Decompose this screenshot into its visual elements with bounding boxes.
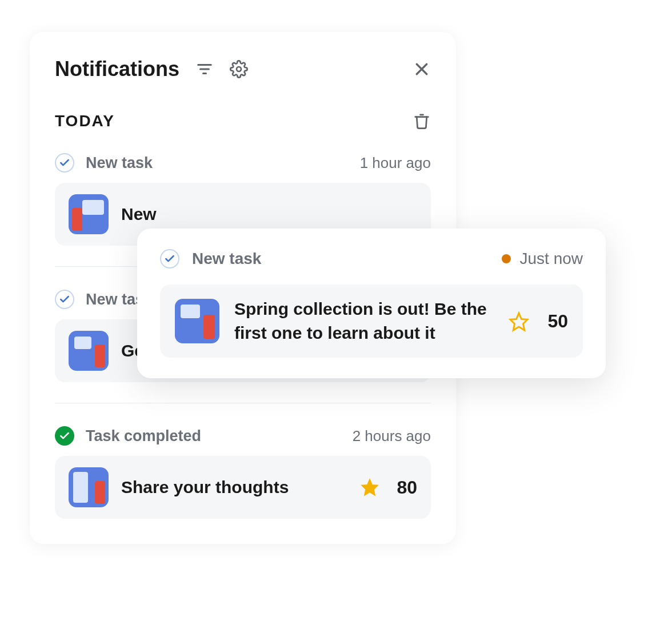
toast-task-card[interactable]: Spring collection is out! Be the first o…	[160, 285, 583, 358]
task-thumbnail	[175, 299, 219, 343]
task-title: Share your thoughts	[121, 478, 347, 497]
task-points: 80	[397, 477, 417, 498]
task-thumbnail	[69, 467, 109, 507]
section-row: TODAY	[55, 112, 431, 130]
svg-marker-8	[510, 313, 527, 330]
notification-item[interactable]: New task 1 hour ago	[55, 153, 431, 173]
close-icon[interactable]	[413, 60, 431, 78]
toast-label: New task	[192, 250, 502, 268]
task-thumbnail	[69, 331, 109, 371]
section-label: TODAY	[55, 112, 413, 130]
panel-header: Notifications	[55, 57, 431, 81]
svg-marker-7	[362, 479, 378, 495]
star-icon	[509, 311, 528, 331]
task-thumbnail	[69, 194, 109, 234]
star-filled-icon	[360, 478, 379, 497]
gear-icon[interactable]	[230, 60, 248, 78]
notification-time: 1 hour ago	[360, 154, 431, 172]
check-open-icon	[55, 153, 74, 173]
toast-time: Just now	[520, 250, 583, 268]
notification-time: 2 hours ago	[353, 427, 431, 445]
notification-label: Task completed	[86, 427, 353, 445]
dot-indicator-icon	[502, 254, 511, 263]
task-card[interactable]: Share your thoughts 80	[55, 456, 431, 519]
notification-label: New task	[86, 154, 360, 172]
page-title: Notifications	[55, 57, 179, 81]
check-open-icon	[55, 290, 74, 309]
divider	[55, 403, 431, 403]
toast-header: New task Just now	[160, 249, 583, 269]
trash-icon[interactable]	[413, 112, 431, 130]
task-points: 50	[547, 311, 568, 332]
filter-icon[interactable]	[195, 60, 214, 78]
notification-toast[interactable]: New task Just now Spring collection is o…	[137, 229, 606, 378]
task-title: New	[121, 205, 417, 224]
notification-item[interactable]: Task completed 2 hours ago	[55, 426, 431, 446]
check-open-icon	[160, 249, 179, 269]
check-filled-icon	[55, 426, 74, 446]
task-title: Spring collection is out! Be the first o…	[234, 297, 494, 345]
svg-point-3	[237, 67, 241, 71]
